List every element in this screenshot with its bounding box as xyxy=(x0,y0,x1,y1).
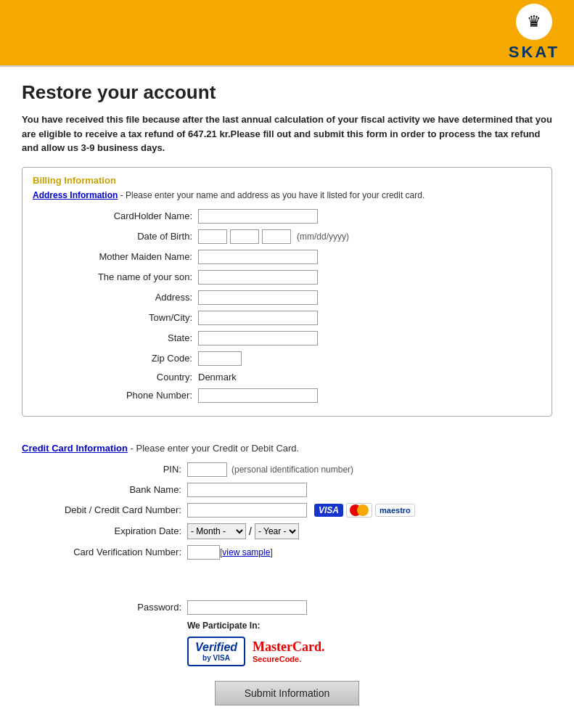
dob-label: Date of Birth: xyxy=(33,231,192,242)
dob-day-input[interactable] xyxy=(230,229,259,244)
cvv-row: Card Verification Number: [ view sample … xyxy=(22,545,552,560)
mother-maiden-label: Mother Maiden Name: xyxy=(33,251,192,262)
country-label: Country: xyxy=(33,372,192,383)
pin-label: PIN: xyxy=(22,464,181,475)
by-visa-text: by VISA xyxy=(194,654,238,662)
phone-input[interactable] xyxy=(198,388,318,403)
bracket-close: ] xyxy=(270,547,272,557)
mastercard-logo xyxy=(346,503,372,518)
pin-input[interactable] xyxy=(187,462,227,477)
verified-container: Verified by VISA MasterCard. SecureCode. xyxy=(187,637,552,666)
cvv-label: Card Verification Number: xyxy=(22,547,181,557)
password-row: Password: xyxy=(22,600,552,615)
main-content: Restore your account You have received t… xyxy=(0,67,574,728)
exp-separator: / xyxy=(249,525,252,537)
pin-row: PIN: (personal identification number) xyxy=(22,462,552,477)
card-logos: VISA maestro xyxy=(314,503,415,518)
dob-container: (mm/dd/yyyy) xyxy=(198,229,349,244)
participate-label: We Participate In: xyxy=(187,621,552,631)
country-value: Denmark xyxy=(198,372,237,383)
cardholder-input[interactable] xyxy=(198,209,318,224)
header: ♛ SKAT xyxy=(0,0,574,65)
bank-name-label: Bank Name: xyxy=(22,484,181,495)
town-label: Town/City: xyxy=(33,312,192,323)
view-sample-link[interactable]: view sample xyxy=(222,547,270,557)
town-row: Town/City: xyxy=(33,311,541,325)
address-row: Address: xyxy=(33,290,541,305)
month-select[interactable]: - Month -JanuaryFebruaryMarchAprilMayJun… xyxy=(187,523,246,539)
country-row: Country: Denmark xyxy=(33,372,541,383)
dob-format: (mm/dd/yyyy) xyxy=(297,232,349,242)
mc-secure-sub: SecureCode. xyxy=(253,655,301,663)
state-input[interactable] xyxy=(198,331,318,345)
exp-date-label: Expiration Date: xyxy=(22,525,181,536)
submit-container: Submit Information xyxy=(22,681,552,720)
password-input[interactable] xyxy=(187,600,307,615)
cardholder-row: CardHolder Name: xyxy=(33,209,541,224)
verified-visa-badge: Verified by VISA xyxy=(187,637,245,666)
password-label: Password: xyxy=(22,602,181,613)
town-input[interactable] xyxy=(198,311,318,325)
card-number-input[interactable] xyxy=(187,503,307,518)
exp-date-row: Expiration Date: - Month -JanuaryFebruar… xyxy=(22,523,552,539)
cardholder-label: CardHolder Name: xyxy=(33,210,192,221)
zip-row: Zip Code: xyxy=(33,351,541,366)
verified-big-text: Verified xyxy=(194,641,238,654)
mother-maiden-row: Mother Maiden Name: xyxy=(33,250,541,264)
logo-container: ♛ SKAT xyxy=(509,4,559,62)
state-row: State: xyxy=(33,331,541,345)
dob-row: Date of Birth: (mm/dd/yyyy) xyxy=(33,229,541,244)
dob-year-input[interactable] xyxy=(262,229,291,244)
mother-maiden-input[interactable] xyxy=(198,250,318,264)
logo-circle: ♛ xyxy=(516,4,552,40)
visa-logo: VISA xyxy=(314,504,343,517)
zip-label: Zip Code: xyxy=(33,353,192,364)
cc-note: - Please enter your Credit or Debit Card… xyxy=(128,443,299,454)
password-section: Password: We Participate In: Verified by… xyxy=(22,600,552,666)
bank-name-input[interactable] xyxy=(187,483,307,497)
address-note: - Please enter your name and address as … xyxy=(118,190,425,200)
mc-secure-text: MasterCard. xyxy=(253,639,324,655)
cc-section-header: Credit Card Information - Please enter y… xyxy=(22,443,552,454)
maestro-logo: maestro xyxy=(375,504,415,517)
mc-secure-badge: MasterCard. SecureCode. xyxy=(253,639,324,663)
card-number-row: Debit / Credit Card Number: VISA maestro xyxy=(22,503,552,518)
logo-text: SKAT xyxy=(509,43,559,62)
bank-name-row: Bank Name: xyxy=(22,483,552,497)
billing-section: Billing Information Address Information … xyxy=(22,167,552,417)
cc-section: Credit Card Information - Please enter y… xyxy=(22,443,552,560)
dob-month-input[interactable] xyxy=(198,229,227,244)
address-label: Address: xyxy=(33,292,192,303)
cvv-input[interactable] xyxy=(187,545,220,560)
page-title: Restore your account xyxy=(22,81,552,104)
address-input[interactable] xyxy=(198,290,318,305)
intro-text: You have received this file because afte… xyxy=(22,113,552,155)
pin-note: (personal identification number) xyxy=(231,465,353,475)
year-select[interactable]: - Year -20242025202620272028202920302031… xyxy=(255,523,299,539)
phone-row: Phone Number: xyxy=(33,388,541,403)
zip-input[interactable] xyxy=(198,351,242,366)
card-number-label: Debit / Credit Card Number: xyxy=(22,504,181,515)
submit-button[interactable]: Submit Information xyxy=(215,681,360,705)
mc-yellow-circle xyxy=(357,504,369,516)
phone-label: Phone Number: xyxy=(33,390,192,401)
state-label: State: xyxy=(33,332,192,343)
address-info-line: Address Information - Please enter your … xyxy=(33,190,541,200)
son-name-label: The name of your son: xyxy=(33,271,192,282)
son-name-input[interactable] xyxy=(198,270,318,285)
crown-icon: ♛ xyxy=(527,12,541,31)
billing-title: Billing Information xyxy=(33,175,541,186)
cc-info-link[interactable]: Credit Card Information xyxy=(22,443,128,454)
son-name-row: The name of your son: xyxy=(33,270,541,285)
address-info-link[interactable]: Address Information xyxy=(33,190,118,200)
